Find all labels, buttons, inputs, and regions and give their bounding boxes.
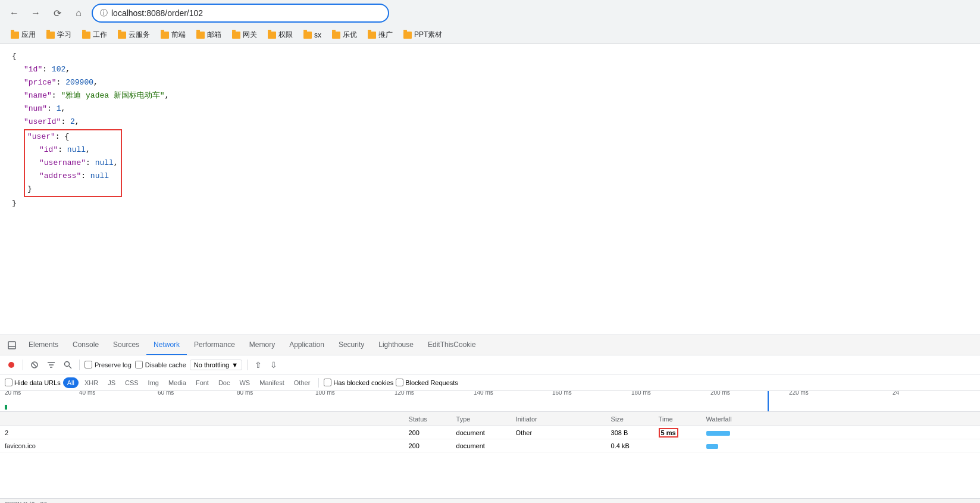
filter-all-button[interactable]: All (63, 377, 79, 388)
filter-xhr-button[interactable]: XHR (81, 378, 102, 388)
waterfall-bar-1 (706, 431, 730, 436)
bookmark-label: 工作 (93, 30, 107, 40)
tab-performance[interactable]: Performance (187, 335, 242, 355)
bookmark-ppt[interactable]: PPT素材 (399, 28, 447, 42)
header-time: Time (659, 415, 706, 423)
json-price-line: "price": 209900, (24, 78, 98, 87)
timeline-180ms: 180 ms (631, 391, 651, 396)
bookmark-cloud[interactable]: 云服务 (113, 28, 155, 42)
svg-line-6 (69, 366, 71, 368)
filter-js-button[interactable]: JS (104, 378, 119, 388)
timeline-160ms: 160 ms (552, 391, 572, 396)
address-bar[interactable]: ⓘ (92, 4, 389, 23)
filter-manifest-button[interactable]: Manifest (256, 378, 288, 388)
has-blocked-cookies-checkbox[interactable]: Has blocked cookies (324, 379, 393, 386)
tab-console[interactable]: Console (65, 335, 106, 355)
export-har-button[interactable]: ⇩ (268, 359, 280, 371)
bookmark-label: 推广 (378, 30, 393, 40)
filter-button[interactable] (45, 358, 58, 371)
tab-network[interactable]: Network (146, 335, 187, 355)
bookmark-email[interactable]: 邮箱 (192, 28, 226, 42)
filter-media-button[interactable]: Media (165, 378, 190, 388)
folder-icon (403, 32, 412, 39)
bookmark-sx[interactable]: sx (299, 29, 326, 41)
blocked-requests-checkbox[interactable]: Blocked Requests (396, 379, 458, 386)
filter-font-button[interactable]: Font (192, 378, 212, 388)
row1-name: 2 (5, 429, 409, 436)
row2-name: favicon.ico (5, 442, 409, 449)
folder-icon (268, 32, 276, 39)
tab-application[interactable]: Application (282, 335, 331, 355)
tab-memory[interactable]: Memory (242, 335, 282, 355)
bookmark-label: 权限 (278, 30, 293, 40)
filter-bar: Hide data URLs All XHR JS CSS Img Media … (0, 374, 980, 391)
network-row-2[interactable]: favicon.ico 200 document 0.4 kB (0, 439, 980, 452)
filter-css-button[interactable]: CSS (121, 378, 142, 388)
search-button[interactable] (61, 358, 74, 371)
bookmark-study[interactable]: 学习 (42, 28, 76, 42)
row1-waterfall (706, 429, 975, 436)
bookmark-label: 云服务 (129, 30, 150, 40)
url-input[interactable] (111, 8, 381, 18)
devtools-status-bar: CSDN 热榜 · 07 (0, 498, 980, 503)
throttle-select[interactable]: No throttling ▼ (190, 360, 242, 370)
tab-sources[interactable]: Sources (106, 335, 146, 355)
header-type: Type (456, 415, 516, 423)
timeline-220ms: 220 ms (789, 391, 809, 396)
filter-other-button[interactable]: Other (290, 378, 314, 388)
timeline-80ms: 80 ms (237, 391, 253, 396)
network-table-header: Status Type Initiator Size Time Waterfal… (0, 412, 980, 426)
devtools-toggle-icon[interactable] (2, 335, 21, 355)
tab-elements[interactable]: Elements (21, 335, 65, 355)
content-area: { "id": 102, "price": 209900, "name": "雅… (0, 44, 980, 503)
home-button[interactable]: ⌂ (70, 5, 87, 21)
clear-button[interactable] (28, 358, 41, 371)
network-table: Status Type Initiator Size Time Waterfal… (0, 412, 980, 498)
row2-status: 200 (409, 442, 456, 449)
bookmark-auth[interactable]: 权限 (263, 28, 298, 42)
filter-img-button[interactable]: Img (145, 378, 162, 388)
toolbar-separator-1 (23, 360, 23, 370)
json-name-line: "name": "雅迪 yadea 新国标电动车", (24, 91, 169, 100)
tab-lighthouse[interactable]: Lighthouse (371, 335, 421, 355)
filter-doc-button[interactable]: Doc (215, 378, 234, 388)
toolbar-separator-3 (247, 360, 248, 370)
bookmark-label: 学习 (57, 30, 71, 40)
timeline-40ms: 40 ms (79, 391, 95, 396)
waterfall-bar-2 (706, 444, 718, 449)
timeline-24: 24 (893, 391, 899, 396)
tab-editthiscookie[interactable]: EditThisCookie (421, 335, 483, 355)
timeline-140ms: 140 ms (474, 391, 493, 396)
timeline-100ms: 100 ms (315, 391, 335, 396)
forward-button[interactable]: → (27, 5, 44, 21)
hide-data-urls-checkbox[interactable]: Hide data URLs (5, 379, 61, 386)
record-button[interactable] (5, 358, 18, 371)
bookmark-gateway[interactable]: 网关 (227, 28, 262, 42)
timeline-cursor-line (768, 391, 769, 412)
svg-point-5 (65, 361, 70, 366)
refresh-button[interactable]: ⟳ (49, 5, 65, 21)
import-har-button[interactable]: ⇧ (252, 359, 264, 371)
filter-ws-button[interactable]: WS (236, 378, 253, 388)
row1-status: 200 (409, 429, 456, 436)
bookmark-frontend[interactable]: 前端 (156, 28, 190, 42)
preserve-log-checkbox[interactable]: Preserve log (84, 361, 131, 368)
folder-icon (161, 32, 169, 39)
bookmark-apps[interactable]: 应用 (6, 28, 40, 42)
header-waterfall: Waterfall (706, 415, 975, 423)
bookmark-work[interactable]: 工作 (77, 28, 112, 42)
tab-security[interactable]: Security (331, 335, 371, 355)
bookmark-leyou[interactable]: 乐优 (327, 28, 362, 42)
bookmark-promo[interactable]: 推广 (363, 28, 397, 42)
lock-icon: ⓘ (100, 8, 108, 18)
disable-cache-checkbox[interactable]: Disable cache (135, 361, 186, 368)
header-status: Status (409, 415, 456, 423)
json-viewer: { "id": 102, "price": 209900, "name": "雅… (0, 44, 980, 335)
row2-waterfall (706, 442, 975, 449)
timeline-green-bar (5, 405, 7, 410)
back-button[interactable]: ← (6, 5, 23, 21)
devtools-panel: Elements Console Sources Network Perform… (0, 335, 980, 503)
network-row-1[interactable]: 2 200 document Other 308 B 5 ms (0, 426, 980, 439)
header-initiator: Initiator (516, 415, 611, 423)
bookmark-label: 前端 (171, 30, 186, 40)
